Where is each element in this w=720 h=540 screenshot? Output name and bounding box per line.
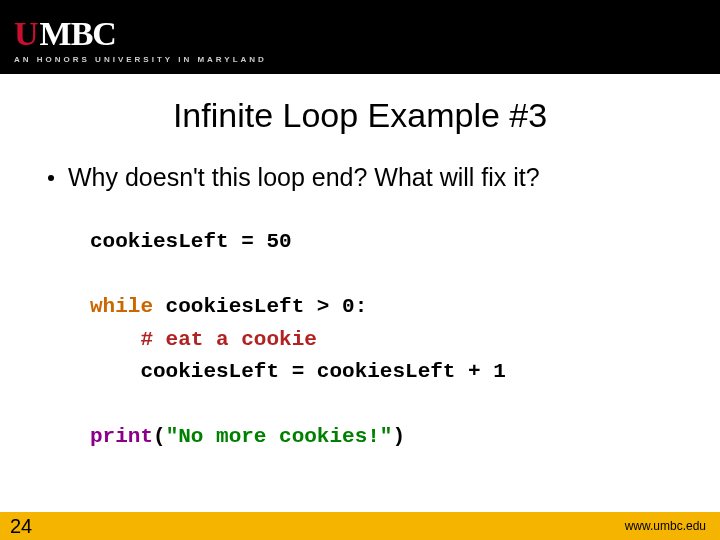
code-paren-open: ( <box>153 425 166 448</box>
logo-rest: MBC <box>40 15 116 53</box>
code-line-4: cookiesLeft = cookiesLeft + 1 <box>90 360 506 383</box>
footer-bar: 24 www.umbc.edu <box>0 512 720 540</box>
header-bar: U MBC AN HONORS UNIVERSITY IN MARYLAND <box>0 0 720 74</box>
code-paren-close: ) <box>392 425 405 448</box>
code-line-1: cookiesLeft = 50 <box>90 230 292 253</box>
code-comment: # eat a cookie <box>90 328 317 351</box>
bullet-dot-icon <box>48 175 54 181</box>
logo-prefix: U <box>14 15 38 53</box>
bullet-item: Why doesn't this loop end? What will fix… <box>48 163 720 192</box>
tagline: AN HONORS UNIVERSITY IN MARYLAND <box>14 55 706 64</box>
slide-title: Infinite Loop Example #3 <box>0 96 720 135</box>
code-string: "No more cookies!" <box>166 425 393 448</box>
code-block: cookiesLeft = 50 while cookiesLeft > 0: … <box>90 226 720 454</box>
slide-number: 24 <box>10 515 32 538</box>
logo: U MBC <box>14 15 706 53</box>
code-keyword-print: print <box>90 425 153 448</box>
footer-url: www.umbc.edu <box>625 519 706 533</box>
code-line-2-rest: cookiesLeft > 0: <box>153 295 367 318</box>
code-keyword-while: while <box>90 295 153 318</box>
bullet-text: Why doesn't this loop end? What will fix… <box>68 163 540 192</box>
